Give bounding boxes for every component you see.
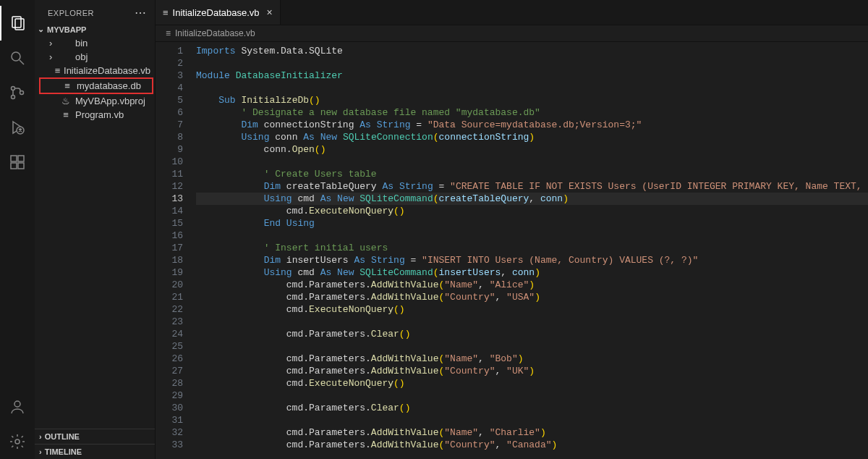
chevron-right-icon: › <box>49 38 59 49</box>
code-line[interactable]: Using cmd As New SQLiteCommand(insertUse… <box>196 266 868 279</box>
tree-item-label: obj <box>75 51 88 62</box>
svg-rect-10 <box>11 163 17 169</box>
code-line[interactable]: Dim createTableQuery As String = "CREATE… <box>196 180 868 193</box>
tree-item-bin[interactable]: ›bin <box>38 36 155 50</box>
tab-label: InitializeDatabase.vb <box>173 7 260 18</box>
timeline-section[interactable]: › TIMELINE <box>35 444 155 459</box>
tree-item-label: InitializeDatabase.vb <box>64 65 150 76</box>
tab-initialize-database[interactable]: ≡ InitializeDatabase.vb × <box>156 0 281 25</box>
code-line[interactable] <box>196 230 868 242</box>
code-line[interactable]: ' Designate a new database file named "m… <box>196 106 868 119</box>
svg-line-3 <box>20 60 24 64</box>
project-root[interactable]: ⌄ MYVBAPP <box>35 22 155 36</box>
tree-item-label: bin <box>75 38 88 49</box>
code-line[interactable]: Using conn As New SQLiteConnection(conne… <box>196 131 868 143</box>
code-line[interactable]: Dim insertUsers As String = "INSERT INTO… <box>196 254 868 266</box>
tree-item-label: Program.vb <box>75 109 124 120</box>
svg-rect-12 <box>18 156 24 161</box>
tree-item-obj[interactable]: ›obj <box>38 50 155 64</box>
tree-item-initializedatabase-vb[interactable]: ≡InitializeDatabase.vb <box>38 64 155 77</box>
explorer-title: EXPLORER <box>48 9 94 17</box>
sidebar: EXPLORER ⋯ ⌄ MYVBAPP ›bin›obj≡Initialize… <box>35 0 156 459</box>
accounts-icon[interactable] <box>0 389 35 424</box>
code-line[interactable]: cmd.Parameters.AddWithValue("Country", "… <box>196 365 868 377</box>
extensions-icon[interactable] <box>0 145 35 180</box>
svg-point-4 <box>12 87 15 90</box>
file-icon: ≡ <box>54 65 61 76</box>
code-line[interactable]: Using cmd As New SQLiteCommand(createTab… <box>196 193 868 205</box>
code-line[interactable]: End Using <box>196 217 868 230</box>
code-line[interactable]: cmd.ExecuteNonQuery() <box>196 303 868 316</box>
chevron-right-icon: › <box>39 447 42 456</box>
code-line[interactable] <box>196 156 868 168</box>
code-editor[interactable]: 1234567891011121314151617181920212223242… <box>156 42 868 459</box>
code-line[interactable]: ' Create Users table <box>196 168 868 180</box>
tree-item-label: MyVBApp.vbproj <box>75 96 145 106</box>
code-content[interactable]: Imports System.Data.SQLite Module Databa… <box>196 42 868 459</box>
explorer-icon[interactable] <box>0 6 35 41</box>
code-line[interactable] <box>196 82 868 94</box>
chevron-down-icon: ⌄ <box>38 25 44 34</box>
code-line[interactable]: Imports System.Data.SQLite <box>196 45 868 57</box>
source-control-icon[interactable] <box>0 75 35 110</box>
editor-area: ≡ InitializeDatabase.vb × ≡ InitializeDa… <box>156 0 868 459</box>
code-line[interactable]: Module DatabaseInitializer <box>196 70 868 82</box>
code-line[interactable]: cmd.Parameters.Clear() <box>196 402 868 414</box>
code-line[interactable]: Dim connectionString As String = "Data S… <box>196 119 868 131</box>
code-line[interactable]: cmd.Parameters.Clear() <box>196 328 868 340</box>
file-icon: ≡ <box>166 28 171 38</box>
rss-icon: ♨ <box>59 96 72 106</box>
close-icon[interactable]: × <box>267 7 273 18</box>
code-line[interactable]: cmd.ExecuteNonQuery() <box>196 205 868 217</box>
code-line[interactable] <box>196 340 868 353</box>
svg-point-13 <box>14 401 20 407</box>
outline-section[interactable]: › OUTLINE <box>35 429 155 444</box>
chevron-right-icon: › <box>39 432 42 441</box>
line-gutter: 1234567891011121314151617181920212223242… <box>156 42 196 459</box>
code-line[interactable]: ' Insert initial users <box>196 242 868 254</box>
code-line[interactable]: Sub InitializeDb() <box>196 94 868 106</box>
project-name: MYVBAPP <box>47 25 86 34</box>
code-line[interactable]: cmd.Parameters.AddWithValue("Country", "… <box>196 291 868 303</box>
breadcrumb-file: InitializeDatabase.vb <box>175 28 255 38</box>
code-line[interactable] <box>196 389 868 402</box>
activity-bar <box>0 0 35 459</box>
run-debug-icon[interactable] <box>0 110 35 145</box>
svg-rect-11 <box>18 163 24 169</box>
tree-item-myvbapp-vbproj[interactable]: ♨MyVBApp.vbproj <box>38 94 155 108</box>
code-line[interactable]: cmd.ExecuteNonQuery() <box>196 377 868 389</box>
file-tree: ›bin›obj≡InitializeDatabase.vb≡mydatabas… <box>35 36 155 122</box>
svg-point-2 <box>12 52 20 61</box>
outline-label: OUTLINE <box>45 432 80 441</box>
tab-bar: ≡ InitializeDatabase.vb × <box>156 0 868 25</box>
explorer-more-icon[interactable]: ⋯ <box>135 6 147 20</box>
search-icon[interactable] <box>0 41 35 75</box>
file-icon: ≡ <box>163 7 169 18</box>
chevron-right-icon: › <box>49 51 59 62</box>
tree-item-program-vb[interactable]: ≡Program.vb <box>38 108 155 122</box>
timeline-label: TIMELINE <box>45 447 82 456</box>
breadcrumb[interactable]: ≡ InitializeDatabase.vb <box>156 25 868 42</box>
svg-point-6 <box>20 91 24 95</box>
code-line[interactable]: cmd.Parameters.AddWithValue("Name", "Ali… <box>196 279 868 291</box>
code-line[interactable]: conn.Open() <box>196 143 868 156</box>
file-icon: ≡ <box>61 80 74 91</box>
code-line[interactable] <box>196 414 868 426</box>
code-line[interactable]: cmd.Parameters.AddWithValue("Name", "Cha… <box>196 426 868 439</box>
svg-point-14 <box>15 439 20 444</box>
code-line[interactable]: cmd.Parameters.AddWithValue("Country", "… <box>196 439 868 451</box>
svg-point-5 <box>12 96 15 99</box>
tree-item-label: mydatabase.db <box>77 80 141 91</box>
file-icon: ≡ <box>59 109 72 120</box>
tree-item-mydatabase-db[interactable]: ≡mydatabase.db <box>39 77 153 94</box>
code-line[interactable] <box>196 57 868 70</box>
settings-gear-icon[interactable] <box>0 424 35 459</box>
code-line[interactable] <box>196 316 868 328</box>
code-line[interactable]: cmd.Parameters.AddWithValue("Name", "Bob… <box>196 353 868 365</box>
svg-rect-9 <box>11 156 17 161</box>
